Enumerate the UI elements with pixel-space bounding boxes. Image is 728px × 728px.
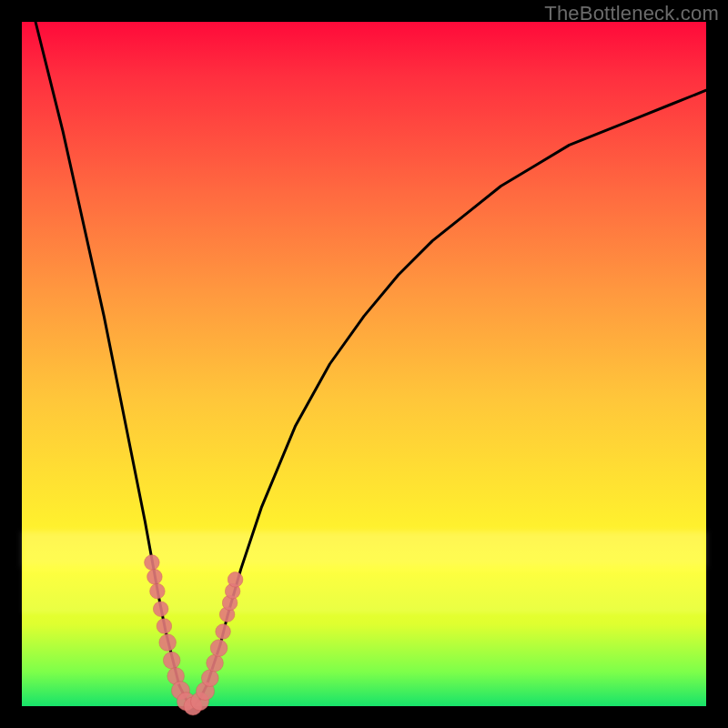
data-marker	[202, 670, 219, 687]
bottleneck-curve-chart	[22, 22, 706, 706]
bottleneck-curve	[35, 22, 706, 706]
data-marker	[153, 602, 168, 617]
data-marker	[157, 619, 172, 634]
data-marker	[216, 624, 231, 640]
data-marker	[147, 570, 163, 585]
data-marker	[159, 634, 177, 652]
data-marker	[145, 555, 160, 571]
data-marker	[228, 572, 243, 588]
data-marker	[207, 654, 224, 672]
data-marker	[210, 640, 228, 657]
data-marker	[150, 583, 166, 599]
watermark-label: TheBottleneck.com	[544, 2, 719, 25]
gradient-plot-area	[22, 22, 706, 706]
data-marker	[163, 652, 180, 669]
